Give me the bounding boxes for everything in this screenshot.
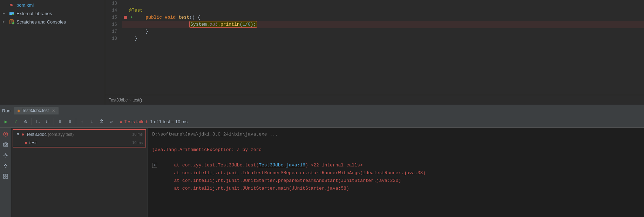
breadcrumb-class[interactable]: Test3Jdbc: [109, 98, 128, 103]
run-toolbar: ▶ ✓ ⊘ ↑↓ ↓↑ ≡ ≡ ↑ ↓ ⏱ » ● Tests failed: …: [0, 116, 644, 128]
test-error-icon-method: ●: [25, 140, 27, 145]
pom-icon: m: [8, 2, 15, 8]
run-sort2-button[interactable]: ↓↑: [43, 117, 52, 126]
console-stack-line-4: at com.intellij.rt.junit.JUnitStarter.ma…: [152, 185, 640, 192]
tab-close-button[interactable]: ✕: [52, 108, 55, 113]
line-numbers: 13 14 15 16 17 18: [105, 0, 121, 95]
svg-rect-17: [6, 174, 8, 176]
sidebar-item-pom-xml[interactable]: m pom.xml: [0, 1, 105, 9]
console-stack-line-3: at com.intellij.rt.junit.JUnitStarter.pr…: [152, 177, 640, 185]
expand-button[interactable]: +: [152, 163, 157, 168]
scratch-icon: ▶: [8, 19, 15, 25]
svg-text:▶: ▶: [13, 23, 14, 25]
sidebar-item-external-libraries[interactable]: ▶ External Libraries: [0, 9, 105, 18]
top-section: m pom.xml ▶ External Libraries ▶: [0, 0, 644, 105]
svg-rect-2: [9, 14, 12, 15]
run-down-button[interactable]: ↓: [87, 117, 96, 126]
console-output: D:\software\Java\jdk1.8.0_241\bin\java.e…: [148, 128, 644, 217]
sidebar-settings-icon[interactable]: [1, 150, 11, 160]
editor-area: 13 14 15 16 17 18 @Test: [105, 0, 644, 105]
tree-arrow: ▶: [3, 20, 8, 24]
test-method-time: 10 ms: [132, 140, 143, 145]
breadcrumb-bar: Test3Jdbc › test(): [105, 95, 644, 105]
status-error-icon: ●: [120, 119, 122, 125]
library-icon: [8, 10, 15, 17]
stack-link-1[interactable]: Test3Jdbc.java:16: [259, 163, 305, 168]
tree-arrow: ▶: [3, 11, 8, 15]
toolbar-separator-1: [32, 118, 32, 125]
console-line-1: D:\software\Java\jdk1.8.0_241\bin\java.e…: [152, 131, 640, 138]
sidebar-item-label: External Libraries: [16, 11, 52, 16]
code-line-18: }: [122, 35, 644, 42]
sidebar-item-scratches-and-consoles[interactable]: ▶ ▶ Scratches and Consoles: [0, 18, 105, 26]
execution-arrow: ➤: [129, 14, 135, 21]
test-tree-border: ▼ ● Test3Jdbc (com.zyy.test) 10 ms ● tes…: [13, 129, 146, 147]
code-lines[interactable]: @Test ➤ public void test() { Syste: [121, 0, 644, 95]
status-failed-label: Tests failed:: [124, 119, 148, 124]
test-tree-item-class[interactable]: ▼ ● Test3Jdbc (com.zyy.test) 10 ms: [13, 130, 145, 138]
sidebar-camera-icon[interactable]: [1, 140, 11, 150]
code-line-16: System.out.println(1/0);: [122, 21, 644, 28]
run-tab-bar: Run: ◆ Test3Jdbc.test ✕: [0, 105, 644, 116]
test-tree-item-method[interactable]: ● test 10 ms: [13, 138, 145, 147]
svg-rect-1: [9, 13, 14, 14]
test-method-name: test: [29, 140, 129, 145]
run-tab-label: Test3Jdbc.test: [22, 108, 49, 113]
bottom-panel: Run: ◆ Test3Jdbc.test ✕ ▶ ✓ ⊘ ↑↓ ↓↑ ≡ ≡ …: [0, 105, 644, 217]
svg-rect-13: [4, 143, 8, 146]
run-label: Run:: [2, 108, 12, 113]
svg-rect-0: [9, 12, 14, 13]
run-content: ▼ ● Test3Jdbc (com.zyy.test) 10 ms ● tes…: [0, 128, 644, 217]
run-clock-button[interactable]: ⏱: [97, 117, 106, 126]
run-stop-button[interactable]: ⊘: [21, 117, 30, 126]
code-line-14: @Test: [122, 7, 644, 14]
status-detail-label: 1 of 1 test – 10 ms: [150, 119, 188, 124]
code-line-13: [122, 0, 644, 7]
toolbar-separator-2: [54, 118, 54, 125]
run-play-button[interactable]: ▶: [1, 117, 11, 126]
svg-rect-16: [4, 174, 5, 176]
run-sort-button[interactable]: ↑↓: [33, 117, 42, 126]
test-error-icon-class: ●: [21, 131, 24, 137]
svg-rect-19: [6, 177, 8, 178]
test-status-text: ● Tests failed: 1 of 1 test – 10 ms: [120, 119, 188, 125]
run-up-button[interactable]: ↑: [77, 117, 87, 126]
test-class-time: 10 ms: [132, 132, 143, 136]
sidebar-grid-icon[interactable]: [1, 171, 11, 181]
breakpoint-dot: [124, 16, 127, 19]
tree-expand-arrow[interactable]: ▼: [16, 132, 20, 136]
code-content: 13 14 15 16 17 18 @Test: [105, 0, 644, 95]
svg-point-14: [5, 144, 6, 146]
svg-rect-4: [12, 14, 14, 15]
test-tree-panel: ▼ ● Test3Jdbc (com.zyy.test) 10 ms ● tes…: [11, 128, 148, 217]
toolbar-separator-3: [76, 118, 76, 125]
breadcrumb-method[interactable]: test(): [133, 98, 142, 103]
gutter-15-breakpoint[interactable]: [122, 16, 129, 19]
test-class-name: Test3Jdbc (com.zyy.test): [26, 132, 129, 137]
left-sidebar-icons: [0, 128, 11, 217]
console-stack-line-1: + at com.zyy.test.Test3Jdbc.test(Test3Jd…: [152, 162, 640, 169]
code-line-17: }: [122, 28, 644, 35]
run-more-button[interactable]: »: [107, 117, 116, 126]
run-tab-test3jdbc[interactable]: ◆ Test3Jdbc.test ✕: [14, 107, 59, 114]
sidebar-export-icon[interactable]: [1, 161, 11, 171]
console-exception-line: java.lang.ArithmeticException: / by zero: [152, 146, 640, 154]
sidebar-item-label: pom.xml: [16, 2, 34, 8]
svg-rect-18: [4, 177, 5, 178]
highlighted-expression: System.out.println(1/0);: [189, 21, 257, 28]
run-align-button[interactable]: ≡: [55, 117, 65, 126]
svg-point-15: [5, 154, 6, 156]
sidebar-item-label: Scratches and Consoles: [16, 19, 66, 25]
project-sidebar: m pom.xml ▶ External Libraries ▶: [0, 0, 105, 105]
run-check-button[interactable]: ✓: [11, 117, 20, 126]
run-align2-button[interactable]: ≡: [65, 117, 74, 126]
console-stack-line-2: at com.intellij.rt.junit.IdeaTestRunner$…: [152, 169, 640, 177]
tab-run-icon: ◆: [17, 108, 20, 113]
sidebar-rerun-icon[interactable]: [1, 129, 11, 139]
